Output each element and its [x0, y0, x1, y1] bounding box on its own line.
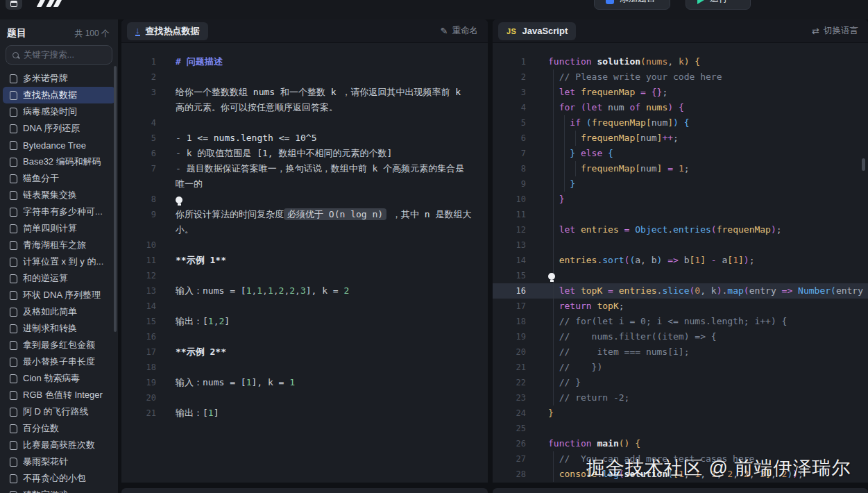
download-icon: ↓ [135, 26, 140, 36]
sidebar-item[interactable]: 环状 DNA 序列整理 [3, 287, 115, 303]
line-content: // }) [548, 360, 864, 375]
sidebar-item[interactable]: 病毒感染时间 [3, 103, 115, 120]
search-input[interactable]: 关键字搜索... [6, 45, 112, 65]
sidebar-item[interactable]: 最小替换子串长度 [3, 353, 115, 370]
document-icon [10, 408, 17, 417]
indent-guide [553, 115, 554, 131]
sidebar-item[interactable]: 查找热点数据 [3, 87, 115, 103]
sidebar-item[interactable]: RGB 色值转 Integer [3, 387, 115, 403]
indent-guide [553, 314, 554, 329]
top-bar: 添加题目 运行 [0, 0, 868, 19]
language-tab[interactable]: JS JavaScript [498, 22, 576, 40]
sidebar-scrollbar[interactable] [114, 66, 117, 332]
line-content: - k 的取值范围是 [1, 数组中不相同的元素的个数] [176, 146, 473, 161]
sidebar-item-label: 计算位置 x 到 y 的... [23, 256, 103, 268]
sidebar-item[interactable]: 青海湖租车之旅 [3, 237, 115, 253]
editor-line: 10 } [493, 192, 868, 207]
document-icon [10, 258, 17, 267]
line-number: 4 [121, 115, 156, 131]
line-number: 1 [493, 54, 526, 69]
problem-count: 共 100 个 [74, 28, 110, 40]
lightbulb-icon[interactable] [548, 273, 555, 280]
sidebar-item[interactable]: DNA 序列还原 [3, 120, 115, 137]
indent-guide [553, 192, 554, 207]
line-number: 7 [121, 161, 156, 192]
line-number: 17 [121, 344, 156, 360]
editor-line: 21输出：[1] [121, 406, 488, 421]
line-number: 21 [121, 406, 156, 421]
line-number: 28 [493, 467, 526, 482]
line-content: - 1 <= nums.length <= 10^5 [176, 131, 473, 146]
editor-line: 3 let frequenMap = {}; [493, 85, 868, 100]
line-number: 22 [493, 375, 526, 390]
add-problem-button[interactable]: 添加题目 [594, 0, 670, 10]
sidebar-item[interactable]: 阿 D 的飞行路线 [3, 403, 115, 420]
editor-line: 7- 题目数据保证答案唯一，换句话说，数组中前 k 个高频元素的集合是唯一的 [121, 161, 488, 192]
sidebar-item[interactable]: 比赛最高获胜次数 [3, 437, 115, 453]
sidebar-item[interactable]: 百分位数 [3, 420, 115, 437]
bottom-panel-edge[interactable] [121, 488, 488, 493]
problem-tab[interactable]: ↓ 查找热点数据 [127, 22, 208, 40]
code-editor[interactable]: 1function solution(nums, k) {2 // Please… [493, 43, 868, 482]
sidebar-toggle-button[interactable] [6, 0, 22, 10]
sidebar-item[interactable]: 猜数字游戏 [3, 487, 115, 493]
sidebar-item[interactable]: 和的逆运算 [3, 270, 115, 287]
line-content: 输出：[1,2] [176, 314, 473, 329]
sidebar-item-label: 及格如此简单 [23, 306, 77, 318]
line-number: 26 [493, 436, 526, 451]
line-number: 7 [493, 146, 526, 161]
line-content [176, 237, 473, 253]
switch-language-label: 切换语言 [824, 25, 858, 37]
sidebar-item[interactable]: 计算位置 x 到 y 的... [3, 253, 115, 270]
sidebar-item-label: 阿 D 的飞行路线 [23, 406, 89, 418]
code-panel: JS JavaScript ⇄ 切换语言 1function solution(… [493, 19, 868, 483]
sidebar-item[interactable]: 猫鱼分干 [3, 170, 115, 187]
editor-line: 2 [121, 69, 488, 85]
sidebar-item[interactable]: 暴雨梨花针 [3, 453, 115, 470]
sidebar-item[interactable]: 多米诺骨牌 [3, 70, 115, 87]
sidebar-item[interactable]: Bytedance Tree [3, 137, 115, 153]
line-number: 9 [493, 176, 526, 192]
indent-guide [553, 176, 554, 192]
pencil-icon: ✎ [441, 26, 448, 36]
sidebar-item[interactable]: Cion 勒索病毒 [3, 370, 115, 387]
line-content [176, 299, 473, 314]
problem-panel: ↓ 查找热点数据 ✎ 重命名 1# 问题描述2 3给你一个整数数组 nums 和… [121, 19, 488, 483]
lightbulb-icon[interactable] [176, 197, 182, 203]
sidebar-item[interactable]: 拿到最多红包金额 [3, 337, 115, 353]
sidebar-item-label: 不再贪心的小包 [23, 472, 86, 485]
editor-line: 16 [121, 329, 488, 344]
problem-editor[interactable]: 1# 问题描述2 3给你一个整数数组 nums 和一个整数 k ，请你返回其中出… [121, 43, 488, 421]
line-number: 14 [121, 299, 156, 314]
juejin-logo [40, 0, 62, 7]
document-icon [10, 158, 17, 167]
document-icon [10, 441, 17, 450]
document-icon [10, 74, 17, 83]
code-scrollbar[interactable] [862, 158, 865, 171]
line-number: 8 [121, 192, 156, 207]
sidebar-item[interactable]: Base32 编码和解码 [3, 153, 115, 170]
line-number: 5 [121, 131, 156, 146]
rename-button[interactable]: ✎ 重命名 [441, 25, 478, 37]
bottom-panel-edge[interactable] [493, 488, 868, 493]
editor-line: 12 let entries = Object.entries(frequenM… [493, 222, 868, 237]
editor-line: 23 // return -2; [493, 390, 868, 406]
sidebar-item-label: 百分位数 [23, 422, 59, 435]
document-icon [10, 391, 17, 400]
sidebar-item[interactable]: 字符串有多少种可... [3, 203, 115, 220]
sidebar-item-label: Base32 编码和解码 [23, 156, 101, 168]
document-icon [10, 374, 17, 383]
editor-line: 6 frequenMap[num]++; [493, 131, 868, 146]
sidebar-item-label: 环状 DNA 序列整理 [23, 289, 101, 301]
sidebar-item[interactable]: 链表聚集交换 [3, 187, 115, 203]
indent-guide [553, 253, 554, 268]
editor-line: 12 [121, 268, 488, 283]
run-button[interactable]: 运行 [686, 0, 751, 10]
sidebar-item[interactable]: 不再贪心的小包 [3, 470, 115, 487]
sidebar-item[interactable]: 及格如此简单 [3, 303, 115, 320]
indent-guide [553, 85, 554, 100]
document-icon [10, 241, 17, 250]
sidebar-item[interactable]: 进制求和转换 [3, 320, 115, 337]
sidebar-item[interactable]: 简单四则计算 [3, 220, 115, 237]
switch-language-button[interactable]: ⇄ 切换语言 [812, 25, 858, 37]
